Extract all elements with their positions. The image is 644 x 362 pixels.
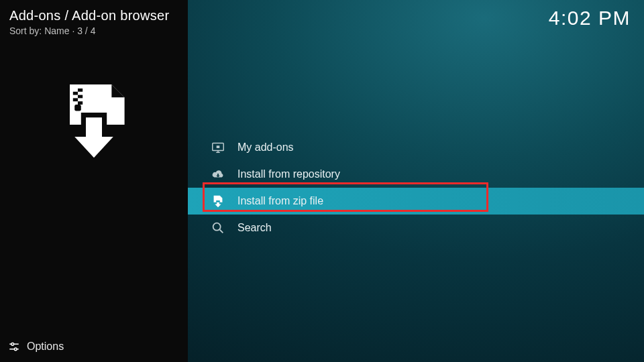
svg-rect-4 (78, 101, 83, 105)
menu-item-my-addons[interactable]: My add-ons (188, 134, 644, 161)
svg-line-15 (220, 230, 223, 233)
menu-item-install-zip[interactable]: Install from zip file (188, 188, 644, 215)
list-position: 3 / 4 (77, 25, 95, 36)
sort-separator: · (72, 25, 77, 36)
sort-value: Name (44, 25, 69, 36)
category-zip-download-icon (54, 80, 134, 161)
svg-rect-1 (73, 92, 78, 95)
svg-rect-5 (74, 105, 81, 111)
menu-item-label: Search (237, 222, 272, 234)
search-icon (211, 221, 225, 235)
monitor-icon (211, 140, 225, 155)
clock: 4:02 PM (549, 7, 631, 29)
breadcrumb: Add-ons / Add-on browser (9, 8, 169, 23)
sort-label: Sort by: (9, 25, 42, 36)
cloud-download-icon (211, 167, 225, 182)
svg-rect-2 (78, 95, 83, 99)
svg-point-7 (11, 343, 14, 345)
menu-item-label: My add-ons (237, 141, 294, 154)
svg-rect-3 (73, 98, 78, 101)
svg-rect-13 (217, 145, 220, 148)
menu-item-label: Install from zip file (237, 195, 323, 207)
sidebar: Add-ons / Add-on browser Sort by: Name ·… (0, 0, 188, 362)
svg-point-14 (213, 223, 221, 231)
options-label: Options (27, 341, 64, 353)
svg-rect-0 (78, 88, 83, 92)
menu-item-label: Install from repository (237, 168, 340, 180)
zip-download-icon (211, 194, 225, 208)
sort-line: Sort by: Name · 3 / 4 (9, 25, 95, 36)
options-button[interactable]: Options (8, 341, 64, 353)
main-panel: 4:02 PM My add-ons Install from repos (188, 0, 644, 362)
svg-point-9 (14, 348, 17, 351)
menu-item-search[interactable]: Search (188, 215, 644, 241)
sliders-icon (8, 341, 20, 353)
menu-list: My add-ons Install from repository Insta… (188, 134, 644, 241)
menu-item-install-repo[interactable]: Install from repository (188, 161, 644, 188)
